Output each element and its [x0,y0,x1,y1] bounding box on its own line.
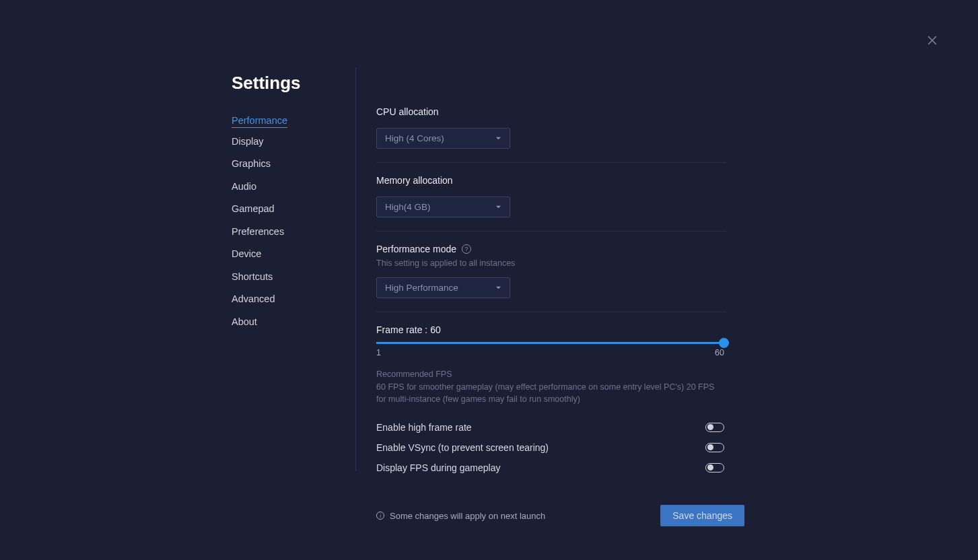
performance-mode-sublabel: This setting is applied to all instances [376,258,726,268]
framerate-slider-thumb[interactable] [719,338,729,348]
sidebar-item-graphics[interactable]: Graphics [232,154,271,173]
sidebar-item-performance[interactable]: Performance [232,111,287,128]
performance-mode-label: Performance mode ? [376,244,726,254]
display-fps-toggle[interactable] [705,463,724,473]
enable-high-framerate-toggle[interactable] [705,423,724,432]
memory-allocation-label: Memory allocation [376,175,726,186]
memory-allocation-select[interactable]: High(4 GB) [376,197,510,217]
memory-allocation-value: High(4 GB) [385,202,431,212]
sidebar-item-preferences[interactable]: Preferences [232,222,284,241]
footer-message: i Some changes will apply on next launch [376,511,545,521]
enable-high-framerate-label: Enable high frame rate [376,422,472,433]
display-fps-label: Display FPS during gameplay [376,462,500,473]
settings-content: CPU allocation High (4 Cores) Memory all… [356,67,726,526]
framerate-slider[interactable] [376,342,724,344]
info-icon: i [376,512,384,520]
sidebar-item-gamepad[interactable]: Gamepad [232,199,275,218]
cpu-allocation-label: CPU allocation [376,106,726,117]
recommended-fps-title: Recommended FPS [376,370,726,379]
framerate-max: 60 [715,348,724,357]
chevron-down-icon [495,204,501,210]
cpu-allocation-select[interactable]: High (4 Cores) [376,128,510,149]
enable-vsync-label: Enable VSync (to prevent screen tearing) [376,442,549,453]
help-icon[interactable]: ? [462,244,471,254]
sidebar-item-audio[interactable]: Audio [232,177,256,196]
save-changes-button[interactable]: Save changes [660,505,744,526]
framerate-label: Frame rate : 60 [376,324,726,335]
performance-mode-select[interactable]: High Performance [376,277,510,298]
sidebar-item-advanced[interactable]: Advanced [232,289,275,308]
sidebar-item-device[interactable]: Device [232,244,261,263]
close-icon [927,35,938,46]
sidebar-item-display[interactable]: Display [232,132,264,151]
sidebar-item-shortcuts[interactable]: Shortcuts [232,267,273,286]
chevron-down-icon [495,135,501,141]
page-title: Settings [232,73,301,94]
close-button[interactable] [925,34,939,47]
settings-sidebar: Performance Display Graphics Audio Gamep… [232,67,356,471]
sidebar-item-about[interactable]: About [232,312,257,331]
enable-vsync-toggle[interactable] [705,443,724,452]
cpu-allocation-value: High (4 Cores) [385,133,444,143]
framerate-min: 1 [376,348,381,357]
performance-mode-value: High Performance [385,283,458,293]
recommended-fps-text: 60 FPS for smoother gameplay (may effect… [376,382,720,405]
chevron-down-icon [495,285,501,291]
